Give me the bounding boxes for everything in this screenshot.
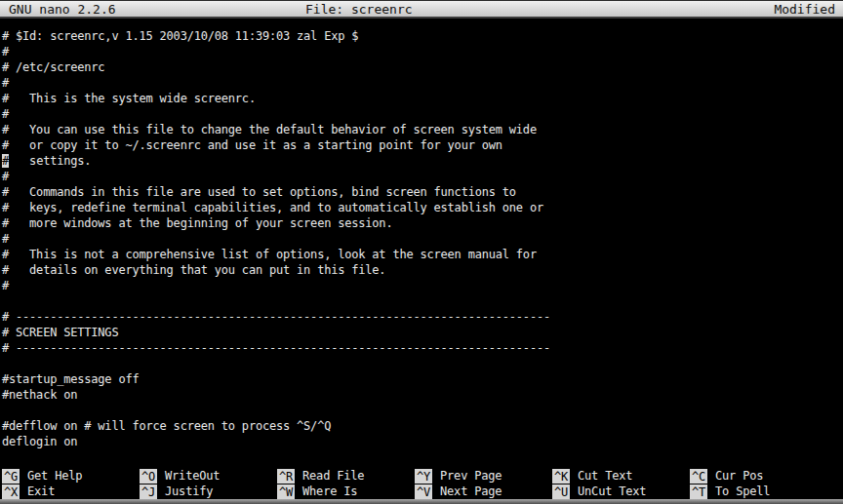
editor-line: # --------------------------------------…: [2, 309, 843, 325]
editor-line: # or copy it to ~/.screenrc and use it a…: [2, 137, 843, 153]
editor-line: #: [2, 106, 843, 122]
shortcut-label: To Spell: [715, 484, 770, 499]
shortcut-key: ^T: [690, 485, 707, 499]
shortcut-label: Prev Page: [440, 468, 502, 484]
editor-line: # /etc/screenrc: [2, 59, 843, 75]
shortcut-writeout[interactable]: ^OWriteOut: [138, 468, 275, 484]
shortcut-key: ^J: [140, 485, 157, 499]
shortcut-key: ^V: [415, 485, 432, 499]
editor-line: # This is not a comprehensive list of op…: [2, 247, 843, 262]
editor-line: deflogin on: [2, 434, 843, 449]
terminal-window: GNU nano 2.2.6 File: screenrc Modified #…: [0, 0, 843, 504]
shortcut-label: UnCut Text: [578, 484, 646, 499]
shortcut-key: ^U: [552, 485, 570, 499]
editor-line: #nethack on: [2, 387, 843, 403]
editor-line: #: [2, 231, 843, 247]
file-title: File: screenrc: [305, 2, 413, 18]
text-cursor: #: [2, 154, 9, 168]
shortcut-key: ^R: [277, 469, 295, 484]
shortcut-to-spell[interactable]: ^TTo Spell: [688, 484, 825, 499]
editor-line: #startup_message off: [2, 371, 843, 387]
editor-line: # SCREEN SETTINGS: [2, 325, 843, 340]
shortcut-label: WriteOut: [165, 468, 220, 484]
editor-line: [2, 293, 843, 309]
editor-line: # keys, redefine terminal capabilities, …: [2, 200, 843, 215]
shortcut-key: ^W: [277, 485, 295, 499]
shortcut-key: ^C: [690, 469, 707, 484]
shortcut-label: Exit: [27, 484, 55, 499]
editor-line: # $Id: screenrc,v 1.15 2003/10/08 11:39:…: [2, 28, 843, 44]
shortcut-label: Get Help: [27, 468, 82, 484]
shortcut-label: Cut Text: [578, 468, 632, 484]
editor-line: #: [2, 44, 843, 59]
editor-line: #: [2, 169, 843, 184]
editor-line: # This is the system wide screenrc.: [2, 91, 843, 106]
editor-line: # --------------------------------------…: [2, 340, 843, 356]
shortcut-prev-page[interactable]: ^YPrev Page: [413, 468, 550, 484]
editor-line: [2, 403, 843, 418]
shortcut-cut-text[interactable]: ^KCut Text: [550, 468, 688, 484]
editor-line: [2, 356, 843, 371]
shortcut-label: Justify: [165, 484, 213, 499]
shortcut-key: ^G: [2, 469, 20, 484]
shortcut-label: Next Page: [440, 484, 502, 499]
editor-line: #defflow on # will force screen to proce…: [2, 418, 843, 434]
editor-line: #: [2, 278, 843, 293]
modified-indicator: Modified: [774, 2, 835, 18]
shortcut-where-is[interactable]: ^WWhere Is: [275, 484, 413, 499]
shortcut-key: ^O: [140, 469, 157, 484]
shortcut-key: ^X: [2, 485, 20, 499]
editor-line: # details on everything that you can put…: [2, 262, 843, 278]
editor-content[interactable]: # $Id: screenrc,v 1.15 2003/10/08 11:39:…: [0, 19, 843, 449]
shortcut-cur-pos[interactable]: ^CCur Pos: [688, 468, 825, 484]
shortcut-bar: ^GGet Help^OWriteOut^RRead File^YPrev Pa…: [0, 468, 843, 499]
nano-version-label: GNU nano 2.2.6: [9, 2, 116, 18]
editor-line: # You can use this file to change the de…: [2, 122, 843, 137]
shortcut-key: ^Y: [415, 469, 432, 484]
shortcut-justify[interactable]: ^JJustify: [138, 484, 275, 499]
shortcut-label: Where Is: [302, 484, 357, 499]
shortcut-get-help[interactable]: ^GGet Help: [0, 468, 138, 484]
shortcut-key: ^K: [552, 469, 570, 484]
nano-titlebar: GNU nano 2.2.6 File: screenrc Modified: [0, 0, 843, 19]
editor-line: #: [2, 75, 843, 91]
editor-line: # more windows at the beginning of your …: [2, 215, 843, 231]
shortcut-next-page[interactable]: ^VNext Page: [413, 484, 550, 499]
shortcut-label: Cur Pos: [715, 468, 763, 484]
window-bottom-edge: [0, 499, 843, 504]
editor-line: # settings.: [2, 153, 843, 169]
editor-line: # Commands in this file are used to set …: [2, 184, 843, 200]
shortcut-uncut-text[interactable]: ^UUnCut Text: [550, 484, 688, 499]
shortcut-read-file[interactable]: ^RRead File: [275, 468, 413, 484]
shortcut-label: Read File: [302, 468, 364, 484]
shortcut-exit[interactable]: ^XExit: [0, 484, 138, 499]
